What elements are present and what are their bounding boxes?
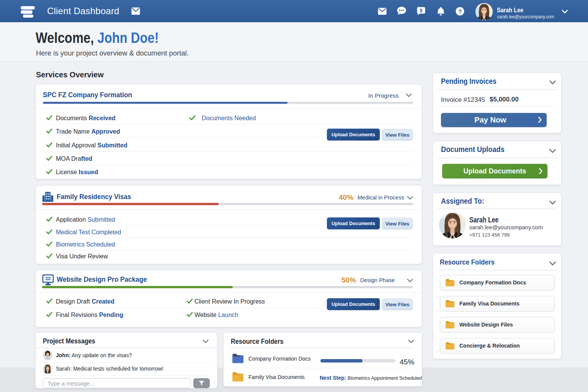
svg-text:?: ? <box>458 8 462 15</box>
svg-text:$: $ <box>420 8 423 13</box>
